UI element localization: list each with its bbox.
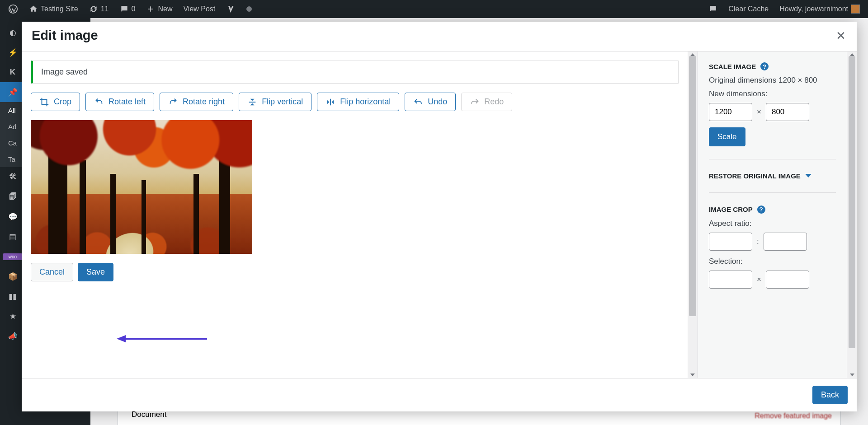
- avatar: [851, 5, 860, 14]
- view-post-link[interactable]: View Post: [179, 5, 219, 13]
- updates-count: 11: [101, 5, 109, 13]
- scale-width-input[interactable]: [709, 103, 752, 121]
- k-icon: K: [3, 68, 23, 77]
- colon-symbol: :: [757, 237, 759, 246]
- new-link[interactable]: New: [142, 5, 176, 14]
- panel-divider-2: [709, 192, 836, 193]
- flip-vertical-icon: [247, 97, 257, 107]
- admin-tool-icon: 🛠: [3, 173, 23, 182]
- flip-vertical-button[interactable]: Flip vertical: [239, 93, 311, 111]
- selection-label: Selection:: [709, 257, 836, 266]
- panel-divider: [709, 159, 836, 159]
- modal-title: Edit image: [32, 28, 847, 43]
- image-preview[interactable]: [31, 120, 252, 254]
- comments-count: 0: [132, 5, 136, 13]
- help-icon[interactable]: ?: [757, 205, 765, 214]
- modal-header: Edit image ✕: [22, 22, 857, 51]
- admin-bar: Testing Site 11 0 New View Post Clear Ca…: [0, 0, 868, 18]
- side-scrollbar[interactable]: [847, 51, 857, 378]
- undo-button[interactable]: Undo: [405, 93, 456, 111]
- yoast-icon[interactable]: [222, 5, 239, 14]
- new-dimensions-label: New dimensions:: [709, 89, 836, 98]
- bg-remove-featured: Remove featured image: [755, 412, 832, 420]
- rotate-left-button[interactable]: Rotate left: [85, 93, 154, 111]
- crop-icon: [39, 97, 49, 107]
- side-panel: SCALE IMAGE ? Original dimensions 1200 ×…: [698, 51, 847, 378]
- selection-w-input[interactable]: [709, 271, 752, 289]
- aspect-h-input[interactable]: [764, 233, 807, 251]
- back-button[interactable]: Back: [812, 386, 848, 404]
- chevron-down-icon: [805, 174, 811, 177]
- multiply-symbol: ×: [757, 275, 761, 284]
- selection-h-input[interactable]: [766, 271, 809, 289]
- status-dot-icon[interactable]: [242, 6, 256, 12]
- wp-logo-icon[interactable]: [5, 4, 22, 14]
- new-label: New: [158, 5, 172, 13]
- flip-horizontal-button[interactable]: Flip horizontal: [317, 93, 399, 111]
- restore-heading[interactable]: RESTORE ORIGINAL IMAGE: [709, 172, 836, 180]
- notice-saved: Image saved: [31, 61, 679, 84]
- help-icon[interactable]: ?: [760, 62, 769, 70]
- scale-height-input[interactable]: [766, 103, 809, 121]
- megaphone-icon: 📣: [3, 332, 23, 341]
- crop-heading: IMAGE CROP ?: [709, 205, 836, 214]
- box-icon: 📦: [3, 272, 23, 281]
- selection-row: ×: [709, 271, 836, 289]
- scroll-thumb[interactable]: [849, 56, 855, 348]
- comments-icon: 💬: [3, 212, 23, 222]
- modal-body: Image saved Crop Rotate left Rotate righ…: [22, 51, 857, 378]
- scroll-down-icon[interactable]: [850, 374, 854, 376]
- annotation-arrow-icon: [117, 333, 207, 344]
- rotate-right-icon: [168, 97, 178, 107]
- greeting-text: Howdy, joewarnimont: [779, 5, 848, 13]
- scale-button[interactable]: Scale: [709, 127, 745, 146]
- aspect-ratio-row: :: [709, 233, 836, 251]
- account-link[interactable]: Howdy, joewarnimont: [776, 5, 863, 14]
- scale-dimensions-row: ×: [709, 103, 836, 121]
- close-icon[interactable]: ✕: [836, 29, 846, 43]
- crop-button[interactable]: Crop: [31, 93, 80, 111]
- redo-icon: [470, 97, 480, 107]
- gauge-icon: ◐: [3, 28, 23, 37]
- woo-icon: woo: [3, 253, 23, 260]
- modal-footer: Back: [22, 378, 857, 411]
- flip-horizontal-icon: [326, 97, 335, 107]
- clear-cache-link[interactable]: Clear Cache: [725, 5, 772, 13]
- pin-icon: 📌: [3, 88, 23, 97]
- multiply-symbol: ×: [757, 107, 761, 117]
- site-name: Testing Site: [41, 5, 78, 13]
- site-name-link[interactable]: Testing Site: [25, 5, 82, 14]
- editor-actions: Cancel Save: [31, 263, 679, 281]
- star-icon: ★: [3, 312, 23, 321]
- updates-link[interactable]: 11: [85, 5, 113, 14]
- scale-heading: SCALE IMAGE ?: [709, 62, 836, 70]
- redo-button: Redo: [461, 93, 512, 111]
- chart-icon: ▮▮: [3, 292, 23, 301]
- aspect-w-input[interactable]: [709, 233, 752, 251]
- original-dimensions: Original dimensions 1200 × 800: [709, 76, 836, 85]
- comments-link[interactable]: 0: [116, 5, 139, 14]
- editor-column: Image saved Crop Rotate left Rotate righ…: [22, 51, 688, 378]
- rotate-right-button[interactable]: Rotate right: [160, 93, 233, 111]
- rotate-left-icon: [94, 97, 104, 107]
- form-icon: ▤: [3, 232, 23, 242]
- aspect-ratio-label: Aspect ratio:: [709, 219, 836, 228]
- image-toolbar: Crop Rotate left Rotate right Flip verti…: [31, 93, 679, 111]
- save-button[interactable]: Save: [78, 263, 113, 281]
- edit-image-modal: Edit image ✕ Image saved Crop Rotate lef…: [22, 22, 857, 411]
- bolt-icon: ⚡: [3, 48, 23, 57]
- scroll-thumb[interactable]: [689, 56, 696, 316]
- cancel-button[interactable]: Cancel: [31, 263, 73, 281]
- svg-marker-3: [117, 335, 126, 342]
- editor-scrollbar[interactable]: [688, 51, 698, 378]
- notifications-icon[interactable]: [705, 5, 721, 14]
- svg-point-1: [246, 6, 252, 12]
- scroll-down-icon[interactable]: [690, 374, 695, 376]
- pages-icon: 🗐: [3, 192, 23, 201]
- undo-icon: [413, 97, 423, 107]
